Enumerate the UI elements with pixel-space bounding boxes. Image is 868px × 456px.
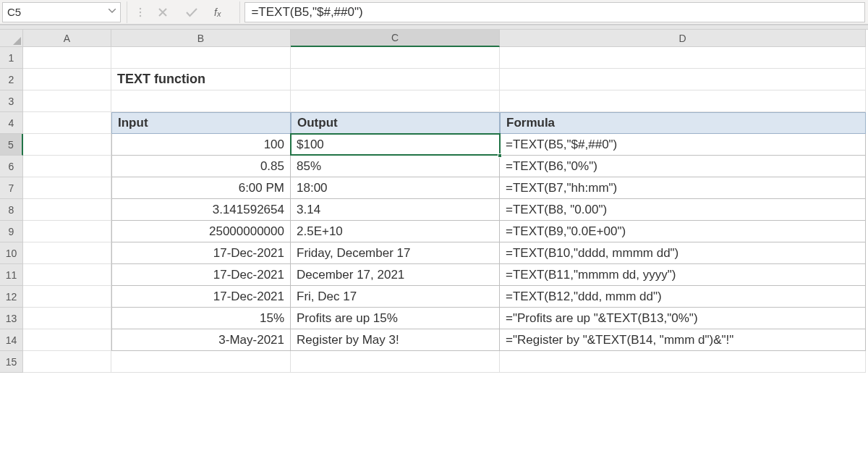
cell-formula[interactable]: =TEXT(B10,"dddd, mmmm dd") <box>500 242 866 264</box>
svg-point-2 <box>140 14 141 16</box>
cell-input[interactable]: 17-Dec-2021 <box>111 242 291 264</box>
formula-bar-buttons: fx <box>149 6 235 19</box>
row-header[interactable]: 2 <box>0 69 23 90</box>
cell-formula[interactable]: ="Profits are up "&TEXT(B13,"0%") <box>500 308 866 329</box>
cell[interactable] <box>23 177 111 199</box>
cell-input[interactable]: 15% <box>111 308 291 329</box>
row-header[interactable]: 3 <box>0 90 23 112</box>
cell-formula[interactable]: =TEXT(B6,"0%") <box>500 156 866 177</box>
cell[interactable] <box>23 112 111 134</box>
table-header-formula[interactable]: Formula <box>500 112 866 134</box>
cell-formula[interactable]: =TEXT(B7,"hh:mm") <box>500 177 866 199</box>
cell-output[interactable]: Friday, December 17 <box>291 242 500 264</box>
cell[interactable] <box>23 308 111 329</box>
cell[interactable] <box>23 69 111 90</box>
fx-icon[interactable]: fx <box>214 7 228 18</box>
cell-formula[interactable]: =TEXT(B5,"$#,##0") <box>500 134 866 156</box>
cell[interactable] <box>23 156 111 177</box>
row-header[interactable]: 9 <box>0 221 23 242</box>
row-header[interactable]: 10 <box>0 242 23 264</box>
formula-input[interactable]: =TEXT(B5,"$#,##0") <box>244 2 865 22</box>
row-header[interactable]: 1 <box>0 47 23 69</box>
cell[interactable] <box>111 47 291 69</box>
cell-output[interactable]: 3.14 <box>291 199 500 221</box>
row-header[interactable]: 11 <box>0 264 23 286</box>
row-header[interactable]: 13 <box>0 308 23 329</box>
cell-input[interactable]: 6:00 PM <box>111 177 291 199</box>
row-header[interactable]: 7 <box>0 177 23 199</box>
cell-formula[interactable]: =TEXT(B11,"mmmm dd, yyyy") <box>500 264 866 286</box>
formula-bar: C5 fx =TEXT(B5,"$#,##0") <box>0 0 868 25</box>
cell-output[interactable]: 2.5E+10 <box>291 221 500 242</box>
cell[interactable] <box>23 90 111 112</box>
cell[interactable] <box>23 221 111 242</box>
cell[interactable] <box>111 90 291 112</box>
svg-point-1 <box>140 11 141 12</box>
table-header-output[interactable]: Output <box>291 112 500 134</box>
name-box-value: C5 <box>7 6 109 18</box>
cell[interactable] <box>23 264 111 286</box>
row-header[interactable]: 8 <box>0 199 23 221</box>
cell-formula[interactable]: =TEXT(B8, "0.00") <box>500 199 866 221</box>
selected-cell[interactable]: $100 <box>291 134 500 156</box>
toolbar-divider <box>0 25 868 30</box>
cell-input[interactable]: 100 <box>111 134 291 156</box>
cell[interactable] <box>23 286 111 308</box>
cell[interactable] <box>500 90 866 112</box>
row-header[interactable]: 14 <box>0 329 23 351</box>
column-header-D[interactable]: D <box>500 30 866 47</box>
formula-text: =TEXT(B5,"$#,##0") <box>251 5 362 20</box>
title-cell[interactable]: TEXT function <box>111 69 291 90</box>
row-header[interactable]: 6 <box>0 156 23 177</box>
separator <box>127 1 127 23</box>
cell-output[interactable]: Register by May 3! <box>291 329 500 351</box>
cell-formula[interactable]: ="Register by "&TEXT(B14, "mmm d")&"!" <box>500 329 866 351</box>
cell-formula[interactable]: =TEXT(B12,"ddd, mmm dd") <box>500 286 866 308</box>
cell[interactable] <box>111 351 291 373</box>
cell-input[interactable]: 17-Dec-2021 <box>111 264 291 286</box>
cell-input[interactable]: 25000000000 <box>111 221 291 242</box>
row-header[interactable]: 5 <box>0 134 23 156</box>
vertical-dots-icon <box>132 7 149 17</box>
cell-output[interactable]: Fri, Dec 17 <box>291 286 500 308</box>
cell[interactable] <box>23 134 111 156</box>
cell[interactable] <box>500 69 866 90</box>
spreadsheet-grid[interactable]: A B C D 1 2 TEXT function 3 4 Input Outp… <box>0 30 868 373</box>
cell-output[interactable]: 18:00 <box>291 177 500 199</box>
cell-output[interactable]: Profits are up 15% <box>291 308 500 329</box>
table-header-input[interactable]: Input <box>111 112 291 134</box>
svg-point-0 <box>140 7 141 9</box>
cell-formula[interactable]: =TEXT(B9,"0.0E+00") <box>500 221 866 242</box>
select-all-corner[interactable] <box>0 30 23 47</box>
cell[interactable] <box>500 47 866 69</box>
cell[interactable] <box>23 47 111 69</box>
cell-input[interactable]: 3-May-2021 <box>111 329 291 351</box>
cell[interactable] <box>23 199 111 221</box>
enter-check-icon[interactable] <box>185 6 198 19</box>
row-header[interactable]: 15 <box>0 351 23 373</box>
separator <box>239 1 240 23</box>
column-header-B[interactable]: B <box>111 30 291 47</box>
cell-output[interactable]: 85% <box>291 156 500 177</box>
cell[interactable] <box>500 351 866 373</box>
chevron-down-icon[interactable] <box>109 9 116 16</box>
cell-output[interactable]: December 17, 2021 <box>291 264 500 286</box>
row-header[interactable]: 4 <box>0 112 23 134</box>
cell[interactable] <box>291 69 500 90</box>
cell-input[interactable]: 0.85 <box>111 156 291 177</box>
cell[interactable] <box>291 47 500 69</box>
cell-input[interactable]: 3.141592654 <box>111 199 291 221</box>
cell[interactable] <box>23 242 111 264</box>
cancel-icon[interactable] <box>156 6 169 19</box>
cell-input[interactable]: 17-Dec-2021 <box>111 286 291 308</box>
cell[interactable] <box>23 351 111 373</box>
cell[interactable] <box>23 329 111 351</box>
fill-handle[interactable] <box>498 153 502 158</box>
cell[interactable] <box>291 351 500 373</box>
column-header-A[interactable]: A <box>23 30 111 47</box>
column-header-C[interactable]: C <box>291 30 500 47</box>
row-header[interactable]: 12 <box>0 286 23 308</box>
name-box[interactable]: C5 <box>2 2 121 22</box>
cell[interactable] <box>291 90 500 112</box>
